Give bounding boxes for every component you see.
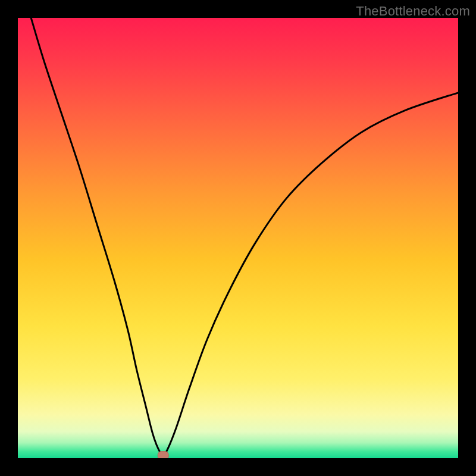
chart-svg xyxy=(18,18,458,458)
attribution-label: TheBottleneck.com xyxy=(356,4,470,19)
outer-frame: TheBottleneck.com xyxy=(0,0,476,476)
minimum-marker-icon xyxy=(158,452,168,458)
chart-plot-area xyxy=(18,18,458,458)
gradient-background xyxy=(18,18,458,458)
